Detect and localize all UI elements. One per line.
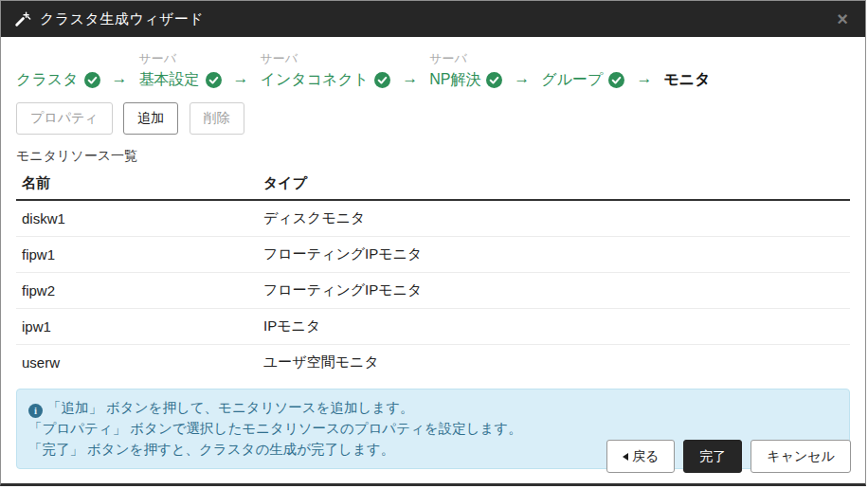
check-circle-icon [84,72,100,88]
step-np-resolution: サーバ NP解決 [429,50,502,90]
left-triangle-icon [623,453,628,461]
cell-name: diskw1 [16,200,258,237]
list-caption: モニタリソース一覧 [16,148,850,165]
title-bar: クラスタ生成ウィザード × [1,1,865,37]
back-button[interactable]: 戻る [606,440,675,473]
magic-wand-icon [14,10,31,27]
step-sublabel [663,50,715,69]
column-header-type: タイプ [258,168,850,200]
info-circle-icon: i [28,404,43,418]
cell-name: fipw2 [16,273,258,309]
toolbar: プロパティ 追加 削除 [16,102,850,135]
cancel-button-label: キャンセル [767,448,835,465]
cell-name: userw [16,345,258,381]
info-text: 「プロパティ」 ボタンで選択したモニタリソースのプロパティを設定します。 [28,421,522,436]
check-circle-icon [206,72,222,88]
wizard-steps: クラスタ → サーバ 基本設定 → サーバ インタコネクト → サーバ [16,50,850,90]
step-label: モニタ [663,69,710,90]
step-basic-settings: サーバ 基本設定 [139,50,222,90]
arrow-right-icon: → [402,68,418,89]
close-icon[interactable]: × [833,8,852,30]
cell-type: ディスクモニタ [258,200,850,237]
step-sublabel [541,50,624,69]
properties-button[interactable]: プロパティ [16,102,113,135]
check-circle-icon [374,72,390,88]
step-monitor: モニタ [663,50,715,90]
step-label: グループ [541,69,603,90]
cluster-wizard-dialog: クラスタ生成ウィザード × クラスタ → サーバ 基本設定 → サーバ インタコ… [0,0,866,486]
table-row[interactable]: fipw1 フローティングIPモニタ [16,237,850,273]
cancel-button[interactable]: キャンセル [750,440,851,473]
cell-type: IPモニタ [258,309,850,345]
arrow-right-icon: → [636,68,652,89]
info-line: i「追加」 ボタンを押して、モニタリソースを追加します。 [28,398,838,419]
arrow-right-icon: → [514,68,530,89]
table-row[interactable]: userw ユーザ空間モニタ [16,345,850,381]
step-interconnect: サーバ インタコネクト [261,50,391,90]
remove-button[interactable]: 削除 [190,102,244,135]
check-circle-icon [486,72,502,88]
cell-name: ipw1 [16,309,258,345]
dialog-content: クラスタ → サーバ 基本設定 → サーバ インタコネクト → サーバ [1,37,865,469]
check-circle-icon [608,72,624,88]
monitor-resource-table: 名前 タイプ diskw1 ディスクモニタ fipw1 フローティングIPモニタ… [16,168,850,380]
table-row[interactable]: ipw1 IPモニタ [16,309,850,345]
info-line: 「プロパティ」 ボタンで選択したモニタリソースのプロパティを設定します。 [28,419,838,440]
footer-buttons: 戻る 完了 キャンセル [598,440,851,473]
cell-type: フローティングIPモニタ [258,237,850,273]
step-group: グループ [541,50,624,90]
cell-name: fipw1 [16,237,258,273]
step-label: NP解決 [429,69,480,90]
step-sublabel: サーバ [429,50,502,69]
info-text: 「追加」 ボタンを押して、モニタリソースを追加します。 [47,400,413,415]
step-sublabel [16,50,100,69]
step-label: インタコネクト [261,69,370,90]
cell-type: ユーザ空間モニタ [258,345,850,381]
step-cluster: クラスタ [16,50,100,90]
arrow-right-icon: → [233,68,249,89]
step-label: クラスタ [16,69,79,90]
add-button[interactable]: 追加 [123,102,178,135]
back-button-label: 戻る [632,448,659,465]
table-row[interactable]: fipw2 フローティングIPモニタ [16,273,850,309]
info-text: 「完了」 ボタンを押すと、クラスタの生成が完了します。 [28,442,394,457]
window-title: クラスタ生成ウィザード [40,10,204,28]
cell-type: フローティングIPモニタ [258,273,850,309]
finish-button-label: 完了 [699,448,726,465]
finish-button[interactable]: 完了 [683,440,742,473]
step-label: 基本設定 [139,69,200,90]
step-sublabel: サーバ [261,50,391,69]
step-sublabel: サーバ [139,50,222,69]
table-header-row: 名前 タイプ [16,168,850,200]
table-row[interactable]: diskw1 ディスクモニタ [16,200,850,237]
column-header-name: 名前 [16,168,258,200]
arrow-right-icon: → [112,68,128,89]
